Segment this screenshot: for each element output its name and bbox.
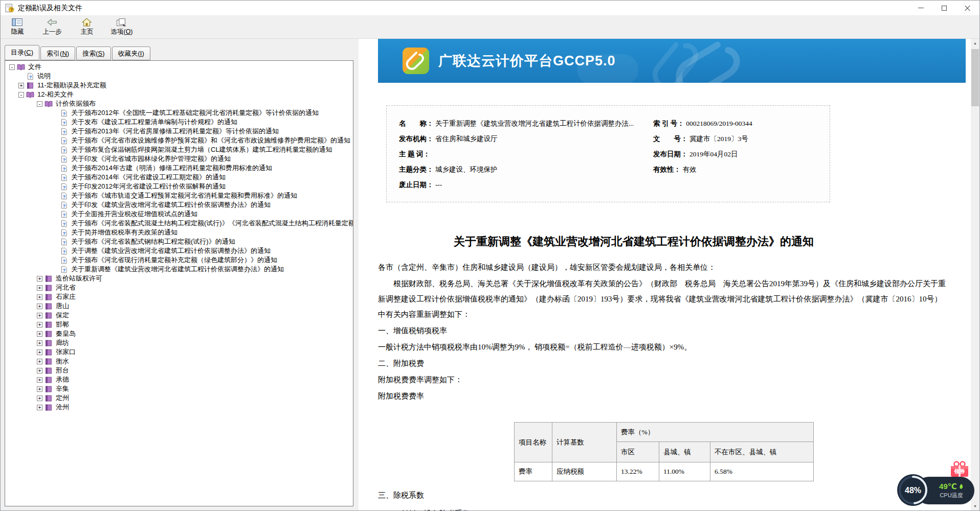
expand-toggle[interactable] [37,359,42,364]
usage-percent: 48% [905,486,921,495]
help-page-icon: ? [60,201,68,209]
memory-usage-gauge[interactable]: 48% [897,474,929,506]
closed-book-icon [44,339,53,347]
tree-item[interactable]: ? 关于颁布《河北省现行消耗量定额补充定额（绿色建筑部分）》的通知 [5,256,353,265]
tree-item[interactable]: ? 关于颁布《城市轨道交通工程预算定额河北省消耗量定额和费用标准》的通知 [5,191,353,200]
cpu-monitor-widget[interactable]: 49℃ CPU温度 48% 领券 [897,460,974,504]
expand-toggle[interactable] [37,368,42,374]
closed-book-icon [44,376,53,384]
tree-item[interactable]: ? 关于颁布2014年古建（明清）修缮工程消耗量定额和费用标准的通知 [5,164,353,173]
expand-toggle[interactable] [37,276,42,282]
tree-item[interactable]: ? 关于颁布《河北省装配式钢结构工程定额(试行)》的通知 [5,237,353,246]
tree-item[interactable]: ? 说明 [5,72,353,81]
back-button[interactable]: 上一步 [40,16,64,38]
tab-index[interactable]: 索引(N) [40,47,75,60]
tree-item[interactable]: ? 关于颁布2012年《全国统一建筑工程基础定额河北省消耗量定额》等计价依据的通… [5,108,353,118]
expand-toggle[interactable] [37,285,42,291]
tree-item[interactable]: ? 关于印发《建筑业营改增河北省建筑工程计价依据调整办法》的通知 [5,200,353,210]
tree-item[interactable]: ? 关于简并增值税税率有关政策的通知 [5,228,353,237]
tree-item[interactable]: ? 辛集 [5,384,353,393]
tree-item-label: 秦皇岛 [56,329,76,338]
tree-item[interactable]: ? 唐山 [5,301,353,311]
tree-item[interactable]: ? 河北省 [5,283,353,292]
tree-item[interactable]: ? 关于印发《河北省城市园林绿化养护管理定额》的通知 [5,154,353,164]
coupon-badge[interactable]: 领券 [949,460,970,478]
tree-item[interactable]: ? 文件 [5,62,353,72]
expand-toggle[interactable] [37,313,42,318]
tree-item[interactable]: ? 关于颁布《河北省市政设施维修养护预算定额》和《河北省市政设施维修养护费用定额… [5,136,353,145]
tree-item[interactable]: ? 关于颁布《河北省装配式混凝土结构工程定额(试行)》《河北省装配式混凝土结构工… [5,219,353,228]
tree-item-label: 关于发布《建设工程工程量清单编制与计价规程》的通知 [71,118,237,127]
svg-text:?: ? [63,175,66,180]
meta-label: 发布日期： [653,150,688,158]
cpu-temp-value: 49℃ [939,482,957,491]
gccp-banner: 广联达云计价平台GCCP5.0 [378,39,966,83]
closed-book-icon [44,358,53,365]
content-scrollbar[interactable] [971,39,979,510]
meta-value: 省住房和城乡建设厅 [435,135,498,143]
home-icon [82,18,92,27]
tree-item[interactable]: ? 关于颁布复合保温钢筋焊接网架混凝土剪力墙（CL建筑体系）建筑工程消耗量定额的… [5,145,353,154]
tree-item[interactable]: ? 保定 [5,311,353,320]
tree-item[interactable]: ? 关于印发2012年河北省建设工程计价依据解释的通知 [5,182,353,191]
closed-book-icon [44,303,53,310]
tree-item[interactable]: ? 关于颁布2014年《河北省建设工程工期定额》的通知 [5,173,353,182]
expand-toggle[interactable] [37,396,42,401]
tree-item[interactable]: ? 邢台 [5,366,353,375]
tree-item[interactable]: ? 计价依据颁布 [5,99,353,108]
minimize-button[interactable] [909,1,932,15]
tree-item[interactable]: ? 关于发布《建设工程工程量清单编制与计价规程》的通知 [5,118,353,127]
help-page-icon: ? [60,183,68,191]
home-button[interactable]: 主页 [75,16,99,38]
expand-toggle[interactable] [37,386,42,392]
tree-item[interactable]: ? 秦皇岛 [5,329,353,338]
close-button[interactable] [956,1,979,15]
tree-item[interactable]: ? 关于调整《建筑业营改增河北省建筑工程计价依据调整办法》的通知 [5,246,353,256]
expand-toggle[interactable] [37,101,42,107]
expand-toggle[interactable] [37,304,42,309]
expand-toggle[interactable] [37,377,42,383]
meta-left-column: 名 称： 关于重新调整《建筑业营改增河北省建筑工程计价依据调整办法... 发布机… [399,116,830,193]
maximize-button[interactable] [932,1,956,15]
tree-item[interactable]: ? 沧州 [5,403,353,412]
expand-toggle[interactable] [37,294,42,300]
help-page-icon: ? [60,192,68,200]
open-book-icon [26,91,34,99]
closed-book-icon [44,321,53,329]
tree-item[interactable]: ? 关于重新调整《建筑业营改增河北省建筑工程计价依据调整办法》的通知 [5,265,353,274]
navigation-pane: 目录(C) 索引(N) 搜索(S) 收藏夹(I) [1,39,359,510]
expand-toggle[interactable] [18,83,24,88]
expand-toggle[interactable] [18,92,24,98]
tree-item[interactable]: ? 张家口 [5,347,353,357]
closed-book-icon [26,82,34,89]
options-button[interactable]: 选项(O) [110,16,133,38]
tree-item[interactable]: ? 关于全面推开营业税改征增值税试点的通知 [5,210,353,219]
expand-toggle[interactable] [37,322,42,328]
tab-contents[interactable]: 目录(C) [5,45,39,60]
tree-item[interactable]: ? 11-定额勘误及补充定额 [5,81,353,90]
tree-item[interactable]: ? 承德 [5,375,353,384]
tree-item[interactable]: ? 衡水 [5,357,353,366]
expand-toggle[interactable] [37,331,42,337]
tree-item[interactable]: ? 石家庄 [5,292,353,301]
tab-search[interactable]: 搜索(S) [76,47,110,60]
expand-toggle[interactable] [37,340,42,346]
tree-item[interactable]: ? 廊坊 [5,338,353,347]
paragraph: 附加税费费率 [378,388,949,404]
tree-item[interactable]: ? 邯郸 [5,320,353,329]
tree-item-label: 说明 [37,72,51,81]
scroll-up-arrow-icon[interactable] [971,39,979,48]
scrollbar-thumb[interactable] [971,49,979,106]
tree-item[interactable]: ? 12-相关文件 [5,90,353,99]
expand-toggle[interactable] [37,405,42,410]
tree-item[interactable]: ? 造价站版权许可 [5,274,353,283]
tab-favorites[interactable]: 收藏夹(I) [112,47,150,60]
expand-toggle[interactable] [37,350,42,355]
hide-panel-button[interactable]: 隐藏 [6,16,29,38]
tree-item-label: 关于颁布2012年《全国统一建筑工程基础定额河北省消耗量定额》等计价依据的通知 [71,108,319,118]
expand-toggle[interactable] [9,64,15,70]
tree-item[interactable]: ? 关于颁布2013年《河北省房屋修缮工程消耗量定额》等计价依据的通知 [5,127,353,136]
hide-button-label: 隐藏 [11,28,24,36]
meta-row: 索 引 号： 000218069/2019-00344 [653,116,752,131]
tree-item[interactable]: ? 定州 [5,393,353,403]
